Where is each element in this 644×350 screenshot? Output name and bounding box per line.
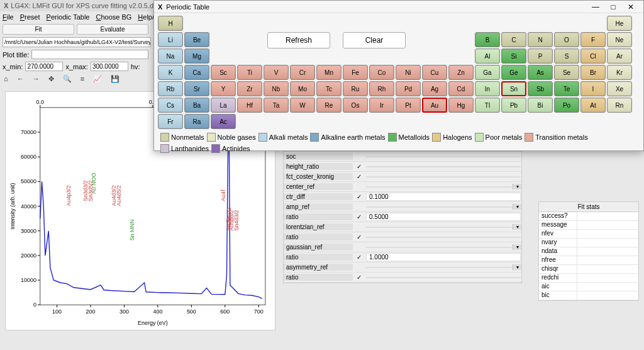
element-co[interactable]: Co: [369, 65, 394, 80]
save-icon[interactable]: 💾: [111, 75, 119, 83]
element-ne[interactable]: Ne: [607, 32, 632, 47]
element-ta[interactable]: Ta: [264, 98, 289, 113]
home-icon[interactable]: ⌂: [4, 75, 8, 83]
chevron-down-icon[interactable]: ▾: [513, 224, 521, 230]
element-sr[interactable]: Sr: [184, 81, 209, 96]
element-h[interactable]: H: [158, 16, 183, 31]
edit-icon[interactable]: 📈: [93, 75, 102, 83]
element-ru[interactable]: Ru: [343, 81, 368, 96]
element-br[interactable]: Br: [580, 65, 606, 80]
element-ac[interactable]: Ac: [211, 114, 236, 129]
xmax-input[interactable]: [91, 62, 128, 71]
element-n[interactable]: N: [528, 32, 553, 47]
element-re[interactable]: Re: [316, 98, 341, 113]
param-value[interactable]: 0.5000: [366, 213, 521, 221]
element-ni[interactable]: Ni: [396, 65, 421, 80]
element-si[interactable]: Si: [501, 48, 526, 64]
element-as[interactable]: As: [528, 65, 553, 80]
element-cr[interactable]: Cr: [290, 65, 315, 80]
element-tc[interactable]: Tc: [316, 81, 341, 96]
back-icon[interactable]: ←: [17, 75, 24, 83]
element-nb[interactable]: Nb: [264, 81, 289, 96]
element-w[interactable]: W: [290, 98, 315, 113]
param-checkbox[interactable]: ✓: [353, 173, 365, 180]
param-value[interactable]: [366, 186, 512, 188]
param-value[interactable]: [366, 206, 512, 208]
pt-titlebar[interactable]: X Periodic Table — □ ✕: [154, 1, 643, 13]
element-k[interactable]: K: [158, 65, 183, 80]
element-la[interactable]: La: [211, 98, 236, 113]
element-i[interactable]: I: [580, 81, 606, 96]
element-sb[interactable]: Sb: [528, 81, 553, 96]
element-bi[interactable]: Bi: [528, 98, 553, 113]
param-value[interactable]: [366, 277, 521, 278]
element-sc[interactable]: Sc: [211, 65, 236, 80]
element-cl[interactable]: Cl: [580, 48, 606, 64]
element-pd[interactable]: Pd: [396, 81, 421, 96]
element-mg[interactable]: Mg: [184, 48, 209, 64]
element-s[interactable]: S: [554, 48, 579, 64]
pan-icon[interactable]: ✥: [48, 75, 54, 83]
element-pt[interactable]: Pt: [396, 98, 421, 113]
element-ca[interactable]: Ca: [184, 65, 209, 80]
element-p[interactable]: P: [528, 48, 553, 64]
element-ga[interactable]: Ga: [475, 65, 500, 80]
element-be[interactable]: Be: [184, 32, 209, 47]
element-al[interactable]: Al: [475, 48, 500, 64]
element-in[interactable]: In: [475, 81, 500, 96]
element-ar[interactable]: Ar: [607, 48, 632, 64]
element-cs[interactable]: Cs: [158, 98, 183, 113]
param-value[interactable]: [366, 237, 521, 238]
param-checkbox[interactable]: ✓: [353, 234, 365, 240]
clear-button[interactable]: Clear: [343, 32, 406, 48]
chevron-down-icon[interactable]: ▾: [513, 204, 521, 210]
element-f[interactable]: F: [580, 32, 606, 47]
element-zr[interactable]: Zr: [237, 81, 262, 96]
maximize-icon[interactable]: □: [604, 3, 622, 11]
element-ba[interactable]: Ba: [184, 98, 209, 113]
element-os[interactable]: Os: [343, 98, 368, 113]
evaluate-button[interactable]: Evaluate: [77, 24, 148, 35]
element-hf[interactable]: Hf: [237, 98, 262, 113]
element-na[interactable]: Na: [158, 48, 183, 64]
element-po[interactable]: Po: [554, 98, 579, 113]
element-c[interactable]: C: [501, 32, 526, 47]
chevron-down-icon[interactable]: ▾: [513, 244, 521, 250]
plot-title-input[interactable]: [31, 50, 148, 59]
element-se[interactable]: Se: [554, 65, 579, 80]
element-li[interactable]: Li: [158, 32, 183, 47]
menu-preset[interactable]: Preset: [20, 13, 40, 21]
menu-periodic-table[interactable]: Periodic Table: [47, 13, 90, 21]
element-cd[interactable]: Cd: [448, 81, 474, 96]
chevron-down-icon[interactable]: ▾: [513, 184, 521, 189]
close-icon[interactable]: ✕: [622, 3, 640, 11]
param-checkbox[interactable]: ✓: [353, 274, 365, 281]
minimize-icon[interactable]: —: [587, 3, 604, 11]
element-hg[interactable]: Hg: [448, 98, 474, 113]
param-checkbox[interactable]: ✓: [353, 163, 365, 170]
param-value[interactable]: [366, 176, 521, 178]
element-v[interactable]: V: [264, 65, 289, 80]
element-ir[interactable]: Ir: [369, 98, 394, 113]
element-fe[interactable]: Fe: [343, 65, 368, 80]
param-value[interactable]: 0.1000: [366, 193, 521, 201]
element-tl[interactable]: Tl: [475, 98, 500, 113]
element-mo[interactable]: Mo: [290, 81, 315, 96]
param-checkbox[interactable]: ✓: [353, 254, 365, 261]
param-value[interactable]: [366, 227, 512, 228]
configure-icon[interactable]: ≡: [80, 75, 84, 83]
file-path-input[interactable]: /mnt/c/Users/Julian Hochhaus/github/LG4X…: [3, 37, 151, 47]
element-ti[interactable]: Ti: [237, 65, 262, 80]
element-he[interactable]: He: [607, 16, 632, 31]
param-checkbox[interactable]: ✓: [353, 213, 365, 220]
element-y[interactable]: Y: [211, 81, 236, 96]
element-xe[interactable]: Xe: [607, 81, 632, 96]
param-value[interactable]: [366, 166, 521, 167]
menu-choose-bg[interactable]: Choose BG: [96, 13, 131, 21]
param-value[interactable]: [366, 247, 512, 248]
element-ge[interactable]: Ge: [501, 65, 526, 80]
element-au[interactable]: Au: [422, 98, 447, 113]
element-rn[interactable]: Rn: [607, 98, 632, 113]
element-zn[interactable]: Zn: [448, 65, 474, 80]
element-rb[interactable]: Rb: [158, 81, 183, 96]
